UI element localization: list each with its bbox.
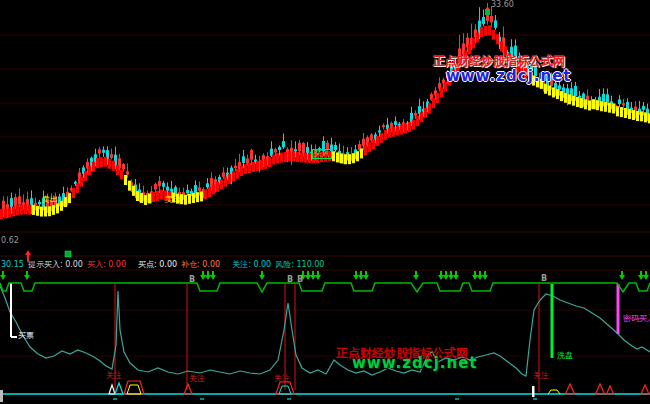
candle-body [362, 139, 365, 146]
ribbon-column [604, 102, 607, 112]
ribbon-column [40, 207, 43, 217]
ribbon-column [476, 33, 479, 43]
price-signal-label: 卖出 [42, 196, 58, 204]
down-arrow-icon [315, 271, 321, 280]
down-arrow-icon [305, 271, 311, 280]
down-arrow-icon [482, 271, 488, 280]
ribbon-column [436, 93, 439, 103]
candle-body [606, 94, 609, 102]
ribbon-column [280, 153, 283, 163]
b-point-label: B [541, 275, 547, 283]
ribbon-column [596, 100, 599, 110]
ribbon-column [600, 101, 603, 111]
ribbon-column [400, 125, 403, 135]
down-arrow-icon [643, 271, 649, 280]
ribbon-column [544, 84, 547, 94]
ribbon-column [424, 108, 427, 118]
ribbon-column [52, 205, 55, 215]
ribbon-column [376, 136, 379, 146]
ribbon-column [112, 161, 115, 171]
ribbon-column [388, 128, 391, 138]
candle-body [394, 121, 397, 125]
ribbon-column [44, 206, 47, 216]
baseline-inner-mark [127, 385, 141, 394]
ribbon-column [244, 164, 247, 174]
ribbon-column [104, 157, 107, 167]
status-item: 风险: 110.00 [275, 259, 324, 270]
attention-label: 关注 [533, 372, 549, 380]
candle-body [378, 130, 381, 132]
ribbon-column [412, 120, 415, 130]
ribbon-column [628, 109, 631, 119]
ribbon-column [200, 191, 203, 201]
ribbon-column [584, 99, 587, 109]
ribbon-column [148, 194, 151, 204]
ribbon-column [608, 103, 611, 113]
ribbon-column [132, 186, 135, 196]
candle-body [198, 188, 201, 191]
ribbon-column [484, 26, 487, 36]
ribbon-column [128, 181, 131, 191]
candle-body [122, 164, 125, 169]
candle-body [494, 20, 497, 27]
ribbon-column [552, 87, 555, 97]
ribbon-column [468, 44, 471, 54]
candle-body [278, 147, 281, 150]
price-signal-label: 卖出 [165, 196, 181, 204]
down-arrow-icon [438, 271, 444, 280]
price-signal-label: 买入 [312, 149, 332, 159]
candle-body [574, 86, 577, 96]
ribbon-column [12, 206, 15, 216]
baseline-trapezoid [124, 381, 144, 394]
ribbon-column [556, 89, 559, 99]
candle-body [490, 16, 493, 22]
peak-marker-icon [485, 9, 490, 15]
ribbon-column [332, 151, 335, 161]
candle-body [166, 187, 169, 191]
candle-body [334, 145, 337, 150]
axis-corner-mark [0, 390, 3, 402]
ribbon-column [36, 206, 39, 216]
ribbon-column [492, 30, 495, 40]
candle-body [642, 106, 645, 110]
ribbon-column [288, 151, 291, 161]
ribbon-column [560, 91, 563, 101]
down-arrow-icon [353, 271, 359, 280]
baseline-spike [641, 385, 649, 394]
ribbon-column [32, 205, 35, 215]
ribbon-column [56, 203, 59, 213]
ribbon-column [572, 96, 575, 106]
down-arrow-icon [210, 271, 216, 280]
ribbon-column [344, 154, 347, 164]
down-arrow-icon [24, 271, 30, 280]
down-arrow-icon [638, 271, 644, 280]
candle-body [222, 172, 225, 177]
ribbon-column [208, 187, 211, 197]
axis-tick [287, 398, 291, 400]
ribbon-column [20, 205, 23, 215]
ribbon-column [636, 111, 639, 121]
ribbon-column [264, 159, 267, 169]
ribbon-column [48, 206, 51, 216]
candle-body [18, 196, 21, 204]
ribbon-column [152, 192, 155, 202]
ribbon-column [300, 152, 303, 162]
attention-label: 关注 [189, 375, 205, 383]
candle-body [98, 149, 101, 153]
ribbon-column [356, 151, 359, 161]
ribbon-column [28, 205, 31, 215]
ribbon-column [408, 122, 411, 132]
ribbon-column [588, 100, 591, 110]
ribbon-column [416, 116, 419, 126]
ribbon-column [84, 171, 87, 181]
down-arrow-icon [358, 271, 364, 280]
ribbon-column [72, 188, 75, 198]
ribbon-column [136, 191, 139, 201]
candle-body [602, 94, 605, 102]
ribbon-column [80, 177, 83, 187]
candle-body [246, 158, 249, 163]
status-item: 30.15 [1, 260, 24, 269]
ribbon-column [108, 159, 111, 169]
ribbon-column [140, 193, 143, 203]
ribbon-column [96, 158, 99, 168]
